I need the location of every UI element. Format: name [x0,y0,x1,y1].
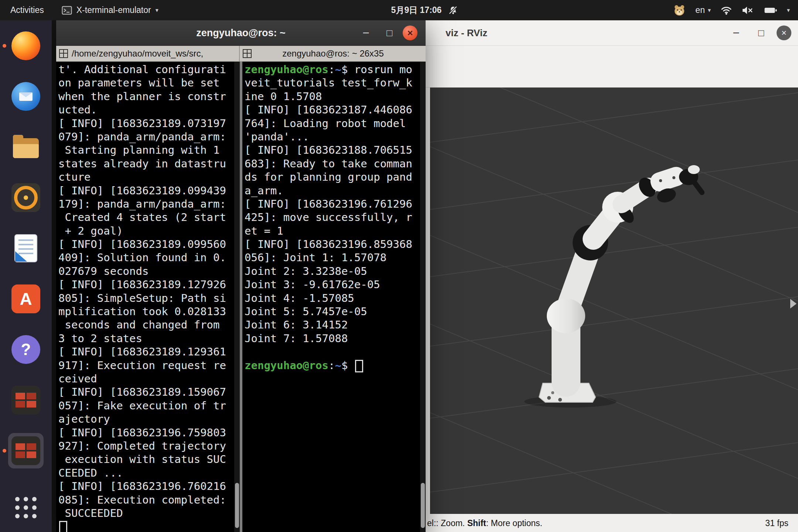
rviz-maximize-button[interactable]: □ [758,27,764,39]
terminal-line: 'panda'... [245,130,420,143]
terminal-line: ine 0 1.5708 [245,90,420,103]
files-icon [13,138,39,158]
terminal-body: t'. Additional configuration parameters … [56,62,426,532]
terminal-pane-right[interactable]: zengyuhao@ros:~$ rosrun moveit_tutorials… [242,62,426,532]
dock-item-ubuntu-software[interactable] [8,281,44,317]
app-menu[interactable]: X-terminal-emulator ▾ [62,5,158,15]
rviz-3d-viewport[interactable] [421,88,798,514]
terminal-line: a_arm. [245,184,420,197]
notifications-disabled-icon [447,5,458,16]
dock-item-terminal-app[interactable] [8,382,44,418]
clock-menu[interactable]: 5月9日 17:06 [391,4,459,16]
terminal-window: zengyuhao@ros: ~ − □ × /home/zengyuhao/m… [56,20,426,532]
terminal-line: Joint 4: -1.57085 [245,291,420,305]
terminal-line: 425]: move successfully, r [245,211,420,224]
terminal-line: CEEDED ... [58,466,234,480]
terminal-line: et = 1 [245,224,420,238]
terminal-pane-left[interactable]: t'. Additional configuration parameters … [56,62,240,532]
volume-muted-icon[interactable] [742,6,754,15]
dock-item-thunderbird[interactable] [8,79,44,114]
terminal-line: seconds and changed from [58,318,234,331]
clock-label: 5月9日 17:06 [391,4,442,16]
pane-title-right[interactable]: zengyuhao@ros: ~ 26x35 [240,46,426,61]
keyboard-layout-menu[interactable]: en ▾ [695,5,711,15]
fps-counter: 31 fps [765,518,798,528]
rviz-toolbar [421,46,798,88]
dock-item-terminal-app-active[interactable] [8,433,44,468]
grid-lines [430,88,798,514]
terminal-line: 3 to 2 states [58,332,234,345]
terminal-line: veit_tutorials test_forw_k [245,76,420,89]
terminal-line: 409]: Solution found in 0. [58,251,234,264]
scrollbar-thumb[interactable] [421,483,425,528]
terminal-line: [ INFO] [1683623196.859368 [245,238,420,251]
terminal-maximize-button[interactable]: □ [386,27,392,39]
dock-item-show-applications[interactable] [8,490,44,525]
thunderbird-icon [11,82,40,111]
help-icon [11,335,40,364]
rviz-render-canvas[interactable] [430,88,798,514]
pane-divider[interactable] [240,62,242,532]
activities-button[interactable]: Activities [10,5,44,15]
terminal-line: 927]: Completed trajectory [58,439,234,453]
terminal-line: zengyuhao@ros:~$ rosrun mo [245,63,420,76]
terminal-line: [ INFO] [1683623189.159067 [58,385,234,399]
rviz-statusbar: el:: Zoom. Shift: More options. 31 fps [421,514,798,532]
chevron-down-icon: ▾ [708,7,711,14]
wifi-icon[interactable] [720,6,732,15]
battery-icon[interactable] [764,6,777,14]
terminal-line: 764]: Loading robot model [245,117,420,130]
terminal-minimize-button[interactable]: − [362,26,369,40]
terminal-close-button[interactable]: × [403,25,417,40]
terminal-line: on parameters will be set [58,76,234,89]
rviz-close-button[interactable]: × [777,25,791,40]
terminal-line: Joint 5: 5.7457e-05 [245,305,420,318]
firefox-icon [11,31,40,60]
terminal-line: + 2 goal) [58,224,234,238]
dock-item-rhythmbox[interactable] [8,180,44,215]
pane-title-left[interactable]: /home/zengyuhao/moveit_ws/src, [56,46,240,61]
terminal-line: [ INFO] [1683623189.099560 [58,238,234,251]
terminal-line: ucted. [58,103,234,116]
terminal-line: Starting planning with 1 [58,143,234,157]
left-pane-scrollbar[interactable] [234,62,240,532]
terminal-line: Joint 3: -9.61762e-05 [245,278,420,291]
terminal-line: ds for planning group pand [245,170,420,184]
top-bar: Activities X-terminal-emulator ▾ 5月9日 17… [0,0,798,20]
dock [0,20,52,532]
terminal-line: [ INFO] [1683623187.446086 [245,103,420,116]
ubuntu-software-icon [11,284,40,313]
terminal-line: [ INFO] [1683623196.760216 [58,480,234,493]
desktop: Activities X-terminal-emulator ▾ 5月9日 17… [0,0,798,532]
views-panel-expander[interactable] [790,299,797,308]
terminal-titlebar[interactable]: zengyuhao@ros: ~ − □ × [56,20,426,46]
terminal-line: 917]: Execution request re [58,359,234,372]
dock-item-firefox[interactable] [8,28,44,64]
terminal-pane-left-content: t'. Additional configuration parameters … [56,62,234,532]
dock-item-help[interactable] [8,332,44,367]
terminal-line: states already in datastru [58,157,234,170]
libreoffice-writer-icon [15,235,37,262]
terminal-line: Joint 7: 1.57088 [245,332,420,345]
terminal-line: [ INFO] [1683623188.706515 [245,143,420,157]
rviz-titlebar[interactable]: viz - RViz − □ × [421,20,798,46]
system-menu-chevron[interactable]: ▾ [787,7,790,14]
terminal-line: [ INFO] [1683623189.127926 [58,278,234,291]
scrollbar-thumb[interactable] [235,483,239,528]
terminal-window-icon [62,6,72,15]
terminal-line: 805]: SimpleSetup: Path si [58,291,234,305]
pane-title-bar: /home/zengyuhao/moveit_ws/src, zengyuhao… [56,46,426,62]
robot-3d-scene [430,88,798,514]
terminal-line: [ INFO] [1683623189.129361 [58,345,234,358]
terminal-line [58,520,234,532]
dock-item-libreoffice-writer[interactable] [8,231,44,266]
terminal-line: SUCCEEDED [58,507,234,520]
rviz-minimize-button[interactable]: − [733,26,740,40]
pet-indicator-icon[interactable] [673,4,686,16]
terminal-line: when the planner is constr [58,90,234,103]
terminal-line: 057]: Fake execution of tr [58,399,234,412]
right-pane-scrollbar[interactable] [420,62,426,532]
keyboard-layout-label: en [695,5,705,15]
terminal-pane-right-content: zengyuhao@ros:~$ rosrun moveit_tutorials… [242,62,420,532]
dock-item-files[interactable] [8,129,44,165]
